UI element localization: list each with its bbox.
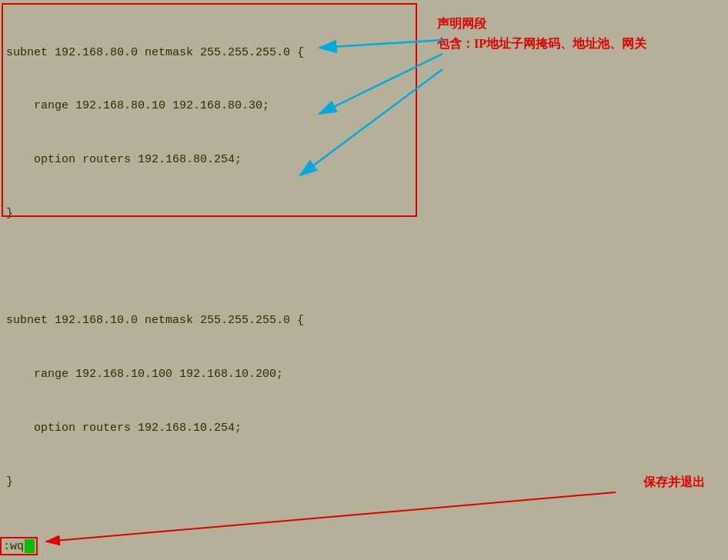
code-line-8: option routers 192.168.10.254; xyxy=(6,419,722,437)
code-line-4: } xyxy=(6,205,722,222)
annotation-declare-segment: 声明网段 包含：IP地址子网掩码、地址池、网关 xyxy=(437,14,646,53)
code-line-3: option routers 192.168.80.254; xyxy=(6,151,722,168)
code-line-9: } xyxy=(6,473,722,491)
code-line-2: range 192.168.80.10 192.168.80.30; xyxy=(6,97,722,115)
annotation-declare-title: 声明网段 xyxy=(437,14,646,34)
code-line-10 xyxy=(6,526,722,544)
annotation-declare-content: 包含：IP地址子网掩码、地址池、网关 xyxy=(437,34,646,54)
vim-command-line[interactable]: :wq xyxy=(0,537,38,555)
annotation-save-exit: 保存并退出 xyxy=(643,475,705,491)
vim-command-text: :wq xyxy=(3,540,24,553)
cursor xyxy=(25,539,35,553)
code-block: subnet 192.168.80.0 netmask 255.255.255.… xyxy=(6,8,722,560)
terminal: subnet 192.168.80.0 netmask 255.255.255.… xyxy=(0,0,728,560)
code-line-7: range 192.168.10.100 192.168.10.200; xyxy=(6,365,722,383)
code-line-6: subnet 192.168.10.0 netmask 255.255.255.… xyxy=(6,312,722,329)
code-line-5 xyxy=(6,258,722,276)
